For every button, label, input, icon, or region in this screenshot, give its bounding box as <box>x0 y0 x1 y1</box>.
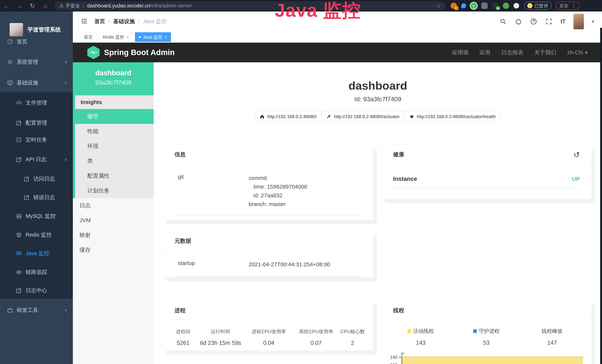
user-menu-caret-icon[interactable]: ▾ <box>592 19 594 24</box>
card-process: 进程 进程ID 运行时间 进程CPU使用率 系统CPU使用率 CPU核心数 52… <box>163 300 373 351</box>
font-size-icon[interactable]: tT <box>560 18 565 25</box>
search-icon[interactable] <box>500 18 507 25</box>
sba-nav-about[interactable]: 关于我们 <box>534 49 556 56</box>
browser-update-button[interactable]: 更新 ⋮ <box>556 1 580 10</box>
sidebar-item-api-log[interactable]: API 日志 ∧ <box>0 153 73 166</box>
sidebar-item-label: 定时任务 <box>26 136 47 143</box>
sba-logo-icon[interactable] <box>87 46 100 59</box>
sba-item-caches[interactable]: 缓存 <box>73 243 154 257</box>
extension-icon-green-y[interactable]: y <box>471 3 477 9</box>
process-proc-cpu: 0.04 <box>244 340 293 346</box>
extension-icon-orange[interactable]: 1 <box>451 3 457 9</box>
sidebar-item-infra[interactable]: 基础设施 ∧ <box>0 77 73 89</box>
sidebar-item-system[interactable]: 系统管理 ∨ <box>0 56 73 68</box>
extension-badge: 1 <box>455 6 458 10</box>
sba-item-config-props[interactable]: 配置属性 <box>75 168 154 183</box>
sidebar-item-label: 首页 <box>17 38 27 45</box>
sidebar-item-config[interactable]: 配置管理 <box>0 117 73 129</box>
breadcrumb-home[interactable]: 首页 <box>94 18 105 25</box>
extension-icon-grid[interactable] <box>481 3 488 9</box>
sidebar-item-access-log[interactable]: 访问日志 <box>0 173 73 185</box>
service-url-button[interactable]: http://192.168.0.2:48080/ <box>255 111 322 122</box>
github-icon[interactable] <box>515 18 522 25</box>
sidebar-item-mysql[interactable]: MySQL 监控 <box>0 210 73 222</box>
process-header-row: 进程ID 运行时间 进程CPU使用率 系统CPU使用率 CPU核心数 <box>169 328 366 335</box>
health-url-button[interactable]: http://192.168.0.2:48080/actuator/health <box>404 111 501 122</box>
security-warning-icon[interactable]: ⚠ <box>59 3 64 9</box>
close-icon[interactable]: × <box>165 35 167 40</box>
security-label[interactable]: 不安全 <box>65 3 80 9</box>
reload-icon[interactable]: ↻ <box>26 2 39 10</box>
legend-label: 活动线程 <box>413 328 434 335</box>
extension-icon-dark[interactable]: on <box>492 3 498 9</box>
metadata-startup-label: startup <box>174 260 249 269</box>
sba-instance-panel[interactable]: dashboard 93a3fc7f7409 <box>73 62 154 95</box>
sba-item-environment[interactable]: 环境 <box>75 139 154 153</box>
sba-item-scheduled-tasks[interactable]: 计划任务 <box>75 183 154 198</box>
sidebar-item-dev-tools[interactable]: 研发工具 ∨ <box>0 304 73 316</box>
sidebar-item-error-log[interactable]: 错误日志 <box>0 191 73 203</box>
url-bar[interactable]: ⚠ 不安全 | dashboard.yudao.iocoder.cn /infr… <box>54 1 446 10</box>
tab-home[interactable]: 首页 <box>80 32 97 42</box>
sidebar-item-label: 系统管理 <box>17 58 38 66</box>
sba-item-mappings[interactable]: 映射 <box>73 228 154 243</box>
forward-icon[interactable]: → <box>13 2 26 10</box>
browser-menu-icon[interactable]: ⋮ <box>571 3 576 9</box>
legend-label: 守护进程 <box>479 328 499 335</box>
active-tab-dot <box>139 36 141 38</box>
help-icon[interactable] <box>530 18 537 25</box>
sba-item-jvm[interactable]: JVM <box>73 213 154 228</box>
dashboard-icon <box>7 39 13 45</box>
close-icon[interactable]: × <box>127 35 129 40</box>
tab-redis-monitor[interactable]: Redis 监控 × <box>99 32 133 42</box>
y-tick-140: 140 <box>388 355 398 360</box>
sba-item-logs[interactable]: 日志 <box>73 198 154 213</box>
sba-language-label: zh-CN <box>567 49 583 56</box>
sidebar-item-log-center[interactable]: 日志中心 <box>0 284 73 297</box>
sba-nav-applications[interactable]: 应用 <box>479 49 490 56</box>
screen: ← → ↻ ⌂ ⚠ 不安全 | dashboard.yudao.iocoder.… <box>0 0 602 364</box>
sba-nav-journal[interactable]: 日志报表 <box>501 49 523 56</box>
sba-sidebar: dashboard 93a3fc7f7409 Insights 细节 性能 环境… <box>73 62 154 364</box>
extensions-puzzle-icon[interactable] <box>514 3 519 9</box>
tab-java-monitor[interactable]: Java 监控 × <box>135 32 171 42</box>
sba-item-classes[interactable]: 类 <box>75 153 154 168</box>
sidebar-item-jobs[interactable]: 定时任务 <box>0 134 73 146</box>
edit-icon <box>16 120 22 126</box>
sidebar-item-tracing[interactable]: 链路追踪 <box>0 266 73 278</box>
breadcrumb-separator: / <box>138 18 140 24</box>
process-cores: 2 <box>339 340 366 346</box>
breadcrumb-infra[interactable]: 基础设施 <box>113 18 135 25</box>
edit-icon <box>16 157 22 162</box>
sba-brand[interactable]: Spring Boot Admin <box>104 48 175 57</box>
card-threads: 线程 活动线程 守护进程 线程峰值 <box>381 300 592 364</box>
user-avatar[interactable] <box>573 14 584 29</box>
sba-nav: 应用墙 应用 日志报表 关于我们 zh-CN ▾ <box>452 49 588 56</box>
sidebar-item-home[interactable]: 首页 <box>0 36 73 48</box>
back-icon[interactable]: ← <box>0 2 13 10</box>
extension-icon-leaf[interactable] <box>503 3 509 9</box>
sidebar-item-redis[interactable]: Redis 监控 <box>0 229 73 241</box>
sba-item-metrics[interactable]: 性能 <box>75 124 154 139</box>
sba-language-select[interactable]: zh-CN ▾ <box>567 49 588 56</box>
sba-item-details[interactable]: 细节 <box>73 109 154 124</box>
history-icon[interactable]: ↺ <box>573 151 580 158</box>
sidebar-item-files[interactable]: 文件管理 <box>0 97 73 109</box>
home-icon[interactable]: ⌂ <box>39 2 52 10</box>
sidebar-item-java-monitor[interactable]: Java 监控 <box>0 247 73 260</box>
bookmark-star-icon[interactable]: ☆ <box>436 3 441 9</box>
card-health: 健康 ↺ Instance UP <box>381 144 592 199</box>
actuator-url-button[interactable]: http://192.168.0.2:48080/actuator <box>322 111 405 122</box>
process-col-cores: CPU核心数 <box>339 328 366 335</box>
legend-swatch-blue <box>473 329 477 333</box>
sba-nav-wallboard[interactable]: 应用墙 <box>452 49 469 56</box>
threads-chart: 140 120 100 <box>388 353 585 364</box>
extension-icon-pin[interactable] <box>461 3 466 8</box>
card-health-title: 健康 <box>393 151 404 158</box>
fullscreen-icon[interactable] <box>545 18 552 25</box>
sidebar-item-label: 错误日志 <box>33 194 55 201</box>
chevron-up-icon: ∧ <box>64 80 67 85</box>
profile-paused-chip[interactable]: 已暂停 <box>524 2 552 10</box>
tab-label: Redis 监控 <box>103 34 124 40</box>
sidebar-collapse-icon[interactable] <box>81 17 88 26</box>
